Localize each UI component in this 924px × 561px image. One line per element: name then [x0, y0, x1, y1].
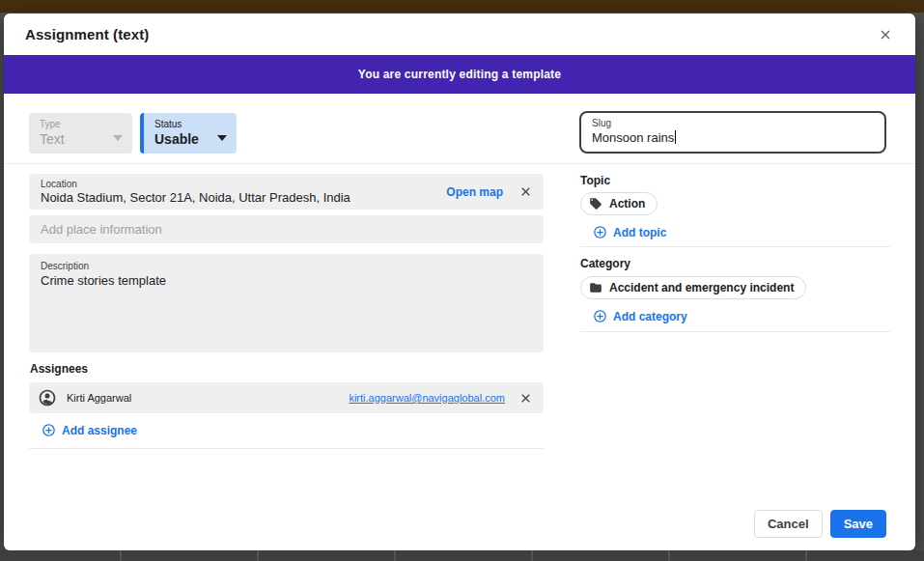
save-button[interactable]: Save: [830, 510, 886, 538]
status-select[interactable]: Status Usable: [140, 113, 237, 154]
divider: [29, 448, 544, 449]
text-cursor: [675, 130, 676, 144]
add-circle-icon: [42, 423, 56, 437]
chevron-down-icon: [113, 135, 123, 141]
cancel-button[interactable]: Cancel: [754, 510, 823, 538]
type-select: Type Text: [29, 113, 132, 154]
template-edit-banner: You are currently editing a template: [4, 55, 915, 94]
topic-chip-label: Action: [609, 197, 645, 210]
tag-icon: [589, 197, 602, 210]
type-value: Text: [40, 130, 123, 148]
divider: [580, 246, 890, 247]
location-field[interactable]: Location Noida Stadium, Sector 21A, Noid…: [29, 174, 544, 210]
location-value: Noida Stadium, Sector 21A, Noida, Uttar …: [41, 190, 438, 206]
dialog-header: Assignment (text): [4, 14, 915, 55]
description-value: Crime stories template: [41, 272, 532, 289]
dialog-title: Assignment (text): [25, 26, 149, 42]
open-map-link[interactable]: Open map: [446, 185, 503, 199]
chevron-down-icon: [217, 135, 227, 141]
topic-chip[interactable]: Action: [580, 192, 658, 215]
divider: [580, 331, 890, 332]
description-field[interactable]: Description Crime stories template: [29, 254, 544, 352]
description-label: Description: [41, 260, 532, 272]
person-circle-icon: [38, 388, 57, 407]
assignee-email-link[interactable]: kirti.aggarwal@navigaglobal.com: [349, 392, 505, 404]
location-text: Location Noida Stadium, Sector 21A, Noid…: [41, 179, 438, 206]
background-table-edge: [0, 550, 924, 561]
assignees-heading: Assignees: [30, 362, 88, 376]
category-chip[interactable]: Accident and emergency incident: [580, 276, 806, 299]
add-topic-label: Add topic: [613, 226, 666, 239]
add-assignee-label: Add assignee: [62, 424, 137, 437]
add-category-label: Add category: [613, 310, 687, 323]
divider: [4, 163, 915, 164]
slug-input[interactable]: Slug Monsoon rains: [579, 111, 886, 154]
category-chip-label: Accident and emergency incident: [609, 281, 794, 295]
background-top-bar: [0, 0, 924, 13]
place-info-input[interactable]: Add place information: [29, 215, 544, 243]
slug-label: Slug: [592, 117, 875, 129]
remove-assignee-icon[interactable]: [517, 389, 534, 407]
add-circle-icon: [593, 225, 607, 239]
add-category-button[interactable]: Add category: [593, 309, 687, 323]
close-icon[interactable]: [875, 24, 896, 45]
place-info-placeholder: Add place information: [41, 222, 162, 237]
add-circle-icon: [593, 309, 607, 323]
category-heading: Category: [580, 257, 630, 270]
dialog-footer: Cancel Save: [754, 510, 886, 538]
add-assignee-button[interactable]: Add assignee: [42, 423, 137, 437]
status-value: Usable: [154, 130, 227, 148]
assignee-row: Kirti Aggarwal kirti.aggarwal@navigaglob…: [29, 382, 544, 413]
type-label: Type: [40, 118, 123, 130]
assignee-name: Kirti Aggarwal: [67, 392, 349, 404]
slug-value: Monsoon rains: [592, 129, 875, 147]
assignment-dialog: Assignment (text) You are currently edit…: [4, 14, 915, 550]
topic-heading: Topic: [580, 174, 610, 187]
status-label: Status: [154, 118, 227, 130]
location-label: Location: [41, 179, 438, 190]
add-topic-button[interactable]: Add topic: [593, 225, 666, 239]
remove-location-icon[interactable]: [517, 183, 534, 201]
folder-icon: [589, 281, 602, 295]
